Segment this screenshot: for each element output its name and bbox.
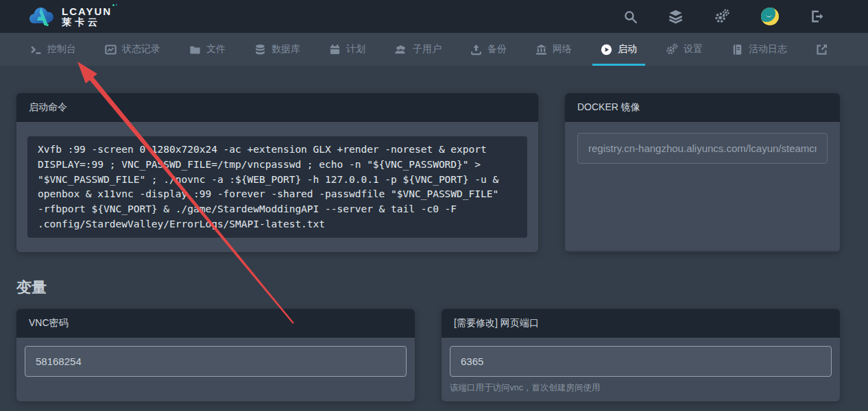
settings-gears-icon [666,43,678,55]
brand-name-cn: 莱卡云 [62,17,112,27]
tab-subusers[interactable]: 子用户 [386,33,450,66]
network-bank-icon [535,44,547,55]
status-chart-icon [105,44,117,55]
tab-activity-log[interactable]: 活动日志 [723,33,795,66]
tab-label: 子用户 [413,43,442,55]
settings-gears-icon[interactable] [714,9,730,24]
vnc-password-input[interactable] [25,346,407,377]
vnc-password-panel: VNC密码 [16,309,415,401]
avatar[interactable] [761,8,779,25]
tab-label: 网络 [553,43,572,55]
tab-external-link[interactable] [808,33,836,66]
web-port-panel-title: [需要修改] 网页端口 [442,309,840,338]
tab-network[interactable]: 网络 [527,33,580,66]
web-port-panel-body: 该端口用于访问vnc，首次创建房间使用 [442,338,840,401]
docker-image-panel-body [565,122,840,251]
brand-logo[interactable]: LCAYUN 莱卡云 [27,5,112,28]
tab-label: 计划 [346,43,365,55]
tab-schedule[interactable]: 计划 [321,33,374,66]
vnc-password-panel-body [16,338,415,401]
vnc-password-panel-title: VNC密码 [16,309,415,338]
tab-label: 活动日志 [749,43,787,55]
tab-files[interactable]: 文件 [181,33,234,66]
web-port-input[interactable] [450,346,832,377]
search-icon[interactable] [624,10,637,23]
logout-icon[interactable] [810,10,824,23]
tab-label: 控制台 [47,43,76,55]
nav-tabs-bar: 控制台 状态记录 文件 数据库 计划 [0,33,868,66]
startup-command-panel: 启动命令 Xvfb :99 -screen 0 1280x720x24 -ac … [16,93,538,252]
top-panels-row: 启动命令 Xvfb :99 -screen 0 1280x720x24 -ac … [16,93,840,252]
tab-label: 状态记录 [122,43,160,55]
startup-command-code: Xvfb :99 -screen 0 1280x720x24 -ac +exte… [27,136,527,238]
folder-icon [189,44,201,55]
database-icon [254,44,266,55]
terminal-icon [30,44,42,55]
layers-icon[interactable] [668,10,683,24]
web-port-panel: [需要修改] 网页端口 该端口用于访问vnc，首次创建房间使用 [442,309,840,401]
tab-status-log[interactable]: 状态记录 [97,33,169,66]
users-icon [394,44,407,55]
tab-startup[interactable]: 启动 [592,33,645,66]
play-icon [601,44,612,55]
brand-sparkle-dots [112,4,117,6]
cloud-logo-icon [27,5,56,28]
avatar-face [761,8,775,22]
tab-label: 启动 [618,43,637,55]
brand-text: LCAYUN 莱卡云 [62,6,112,27]
topbar: LCAYUN 莱卡云 [0,0,868,33]
docker-image-panel-title: DOCKER 镜像 [565,93,840,122]
external-link-icon [816,43,828,55]
calendar-icon [329,44,341,55]
docker-image-panel: DOCKER 镜像 [565,93,840,252]
variables-panels-row: VNC密码 [需要修改] 网页端口 该端口用于访问vnc，首次创建房间使用 [16,309,840,401]
startup-command-panel-body: Xvfb :99 -screen 0 1280x720x24 -ac +exte… [16,122,538,252]
tab-label: 设置 [684,43,703,55]
tab-label: 备份 [487,43,507,55]
tab-settings[interactable]: 设置 [658,33,711,66]
web-port-help-text: 该端口用于访问vnc，首次创建房间使用 [450,382,832,394]
tab-label: 数据库 [272,43,300,55]
tab-console[interactable]: 控制台 [22,33,84,66]
activity-log-icon [732,44,743,55]
main-content: 启动命令 Xvfb :99 -screen 0 1280x720x24 -ac … [0,66,868,401]
tab-database[interactable]: 数据库 [246,33,309,66]
brand-name: LCAYUN [62,6,112,17]
tab-label: 文件 [206,43,226,55]
variables-section-heading: 变量 [16,277,840,298]
startup-command-panel-title: 启动命令 [16,93,538,122]
backup-upload-icon [470,44,482,55]
tab-backup[interactable]: 备份 [462,33,515,66]
topbar-actions [624,8,824,25]
docker-image-input [577,133,828,164]
